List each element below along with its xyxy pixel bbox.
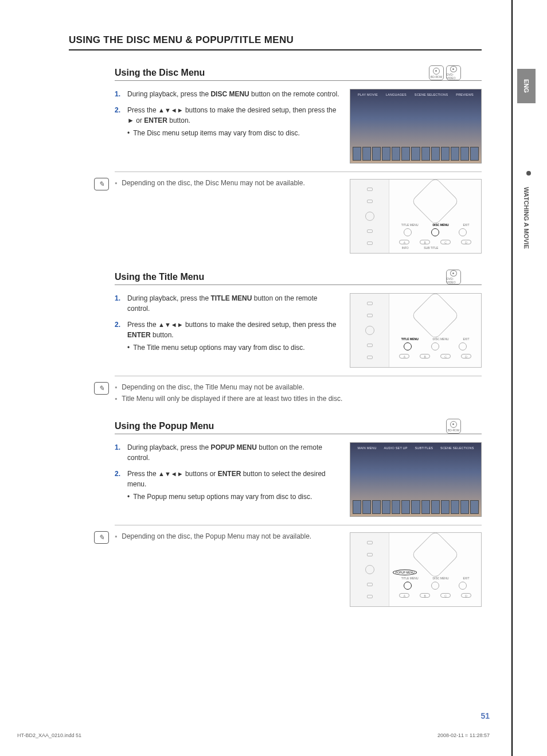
note-icon: ✎ — [94, 382, 109, 395]
note-title-1: ▪Depending on the disc, the Title Menu m… — [115, 383, 482, 391]
bd-rom-icon: BD-ROM — [429, 65, 444, 80]
note-icon: ✎ — [94, 531, 109, 544]
section-title-menu: DVD-VIDEO Using the Title Menu 1. During… — [69, 272, 482, 403]
page-title: USING THE DISC MENU & POPUP/TITLE MENU — [69, 34, 482, 50]
side-tab-section: WATCHING A MOVIE — [517, 161, 536, 275]
note-popup: ▪Depending on the disc, the Popup Menu m… — [115, 532, 339, 540]
remote-diagram-disc: TITLE MENUDISC MENUEXIT ABCD INFOSUB TIT… — [350, 179, 482, 254]
section-popup-menu: BD-ROM Using the Popup Menu 1. During pl… — [69, 421, 482, 607]
step-1: 1. During playback, press the DISC MENU … — [115, 89, 339, 99]
step-2: 2. Press the ▲▼◄► buttons to make the de… — [115, 105, 339, 138]
remote-diagram-popup: POPUP MENU TITLE MENUDISC MENUEXIT ABCD — [350, 532, 482, 607]
screenshot-disc-menu: PLAY MOVIE LANGUAGES SCENE SELECTIONS PR… — [350, 89, 482, 163]
section-disc-menu: BD-ROM DVD-VIDEO Using the Disc Menu 1. … — [69, 68, 482, 254]
side-tab-lang: ENG — [517, 69, 536, 103]
page-edge — [511, 0, 513, 756]
note-title-2: ▪Title Menu will only be displayed if th… — [115, 395, 482, 403]
note-disc: ▪Depending on the disc, the Disc Menu ma… — [115, 179, 339, 187]
step-1: 1. During playback, press the POPUP MENU… — [115, 442, 339, 463]
dvd-video-icon: DVD-VIDEO — [446, 65, 461, 80]
format-icons-title: DVD-VIDEO — [446, 270, 461, 285]
heading-title-menu: Using the Title Menu — [115, 272, 482, 285]
screenshot-popup-menu: MAIN MENU AUDIO SET UP SUBTITLES SCENE S… — [350, 442, 482, 517]
format-icons-popup: BD-ROM — [446, 419, 461, 434]
footer: HT-BD2_XAA_0210.indd 51 2008-02-11 ⌗ 11:… — [17, 732, 490, 739]
step-2: 2. Press the ▲▼◄► buttons or ENTER butto… — [115, 469, 339, 502]
page-number: 51 — [480, 711, 490, 720]
footer-left: HT-BD2_XAA_0210.indd 51 — [17, 732, 81, 739]
heading-popup-menu: Using the Popup Menu — [115, 421, 482, 434]
step-1: 1. During playback, press the TITLE MENU… — [115, 293, 339, 314]
bd-rom-icon: BD-ROM — [446, 419, 461, 434]
heading-disc-menu: Using the Disc Menu — [115, 68, 482, 81]
remote-diagram-title: TITLE MENUDISC MENUEXIT ABCD — [350, 293, 482, 368]
format-icons-disc: BD-ROM DVD-VIDEO — [429, 65, 461, 80]
step-2: 2. Press the ▲▼◄► buttons to make the de… — [115, 319, 339, 353]
footer-right: 2008-02-11 ⌗ 11:28:57 — [437, 732, 490, 739]
note-icon: ✎ — [94, 178, 109, 190]
dvd-video-icon: DVD-VIDEO — [446, 270, 461, 285]
